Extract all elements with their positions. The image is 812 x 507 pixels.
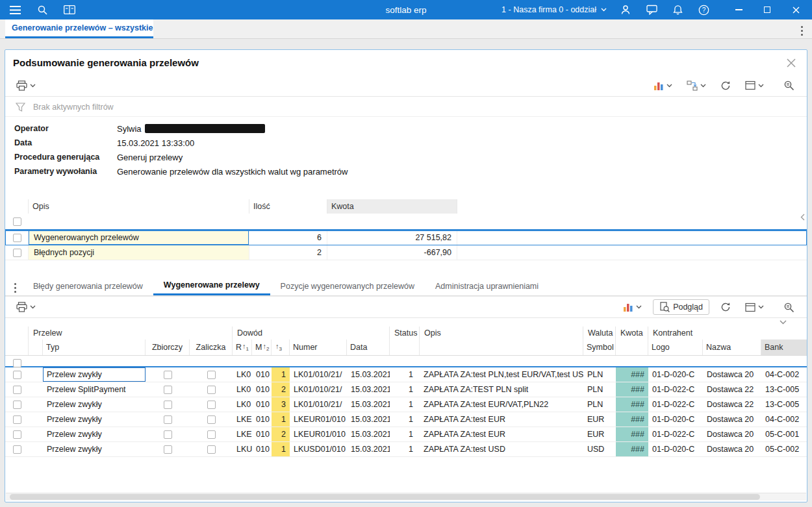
column-header-data[interactable]: Data — [347, 340, 390, 355]
cell-status[interactable]: 1 — [390, 397, 420, 412]
cell-typ[interactable]: Przelew zwykły — [43, 427, 146, 442]
cell-typ[interactable]: Przelew SplitPayment — [43, 382, 146, 397]
pivot-button[interactable] — [683, 79, 709, 93]
group-przelew[interactable]: Przelew — [29, 327, 233, 340]
cell-kwota[interactable]: 27 515,82 — [327, 230, 457, 245]
cell-ilosc[interactable]: 2 — [249, 245, 327, 260]
cell-m[interactable]: 010 — [252, 427, 272, 442]
cell-m[interactable]: 010 — [252, 412, 272, 427]
cell-kwota[interactable]: ### — [616, 412, 648, 427]
cell-lp[interactable]: 1 — [272, 412, 290, 427]
chat-icon[interactable] — [644, 3, 659, 17]
select-all-checkbox[interactable] — [5, 214, 29, 229]
cell-opis[interactable]: Błędnych pozycji — [29, 245, 249, 260]
cell-lp[interactable]: 2 — [272, 382, 290, 397]
horizontal-scrollbar[interactable] — [6, 493, 806, 501]
cell-m[interactable]: 010 — [252, 442, 272, 457]
cell-status[interactable]: 1 — [390, 382, 420, 397]
more-vertical-icon[interactable] — [801, 25, 803, 36]
cell-logo[interactable]: 01-D-022-C — [648, 427, 703, 442]
tab-wygenerowane-przelewy[interactable]: Wygenerowane przelewy — [153, 277, 270, 295]
cell-m[interactable]: 010 — [252, 367, 272, 382]
cell-ilosc[interactable]: 6 — [249, 230, 327, 245]
cell-numer[interactable]: LKUSD01/010 — [290, 442, 347, 457]
summary-row[interactable]: Błędnych pozycji 2 -667,90 — [5, 245, 807, 260]
chart-button[interactable] — [620, 300, 645, 314]
refresh-button[interactable] — [717, 300, 734, 314]
row-checkbox[interactable] — [5, 245, 29, 260]
cell-data[interactable]: 15.03.2021 — [347, 427, 390, 442]
table-row[interactable]: Przelew zwykły LKU 010 1 LKUSD01/010 15.… — [5, 442, 807, 457]
cell-kwota[interactable]: ### — [616, 397, 648, 412]
cell-r[interactable]: LK0 — [233, 367, 252, 382]
column-header-bank[interactable]: Bank — [761, 340, 807, 355]
group-dowod[interactable]: Dowód — [233, 327, 390, 340]
row-checkbox[interactable] — [5, 442, 29, 457]
group-status[interactable]: Status — [390, 327, 420, 340]
cell-numer[interactable]: LKEUR01/010 — [290, 427, 347, 442]
cell-symbol[interactable]: EUR — [583, 412, 616, 427]
group-opis[interactable]: Opis — [420, 327, 583, 340]
cell-numer[interactable]: LK01/010/21/ — [290, 397, 347, 412]
cell-opis[interactable]: ZAPŁATA ZA:TEST PLN split — [420, 382, 583, 397]
layout-button[interactable] — [742, 301, 767, 314]
summary-row[interactable]: Wygenerowanych przelewów 6 27 515,82 — [5, 230, 807, 245]
cards-icon[interactable] — [62, 3, 77, 17]
cell-kwota[interactable]: ### — [616, 367, 648, 382]
cell-nazwa[interactable]: Dostawca 22 — [703, 382, 761, 397]
cell-data[interactable]: 15.03.2021 — [347, 442, 390, 457]
cell-zbiorczy-checkbox[interactable] — [146, 412, 190, 427]
cell-zaliczka-checkbox[interactable] — [190, 397, 233, 412]
column-header-r[interactable]: R↑1 — [233, 340, 252, 355]
cell-r[interactable]: LKE — [233, 427, 252, 442]
cell-bank[interactable]: 05-C-002 — [761, 442, 807, 457]
cell-nazwa[interactable]: Dostawca 20 — [703, 442, 761, 457]
tab-pozycje-przelewow[interactable]: Pozycje wygenerowanych przelewów — [270, 277, 425, 295]
cell-zaliczka-checkbox[interactable] — [190, 382, 233, 397]
cell-opis[interactable]: ZAPŁATA ZA:test EUR/VAT,PLN22 — [420, 397, 583, 412]
cell-m[interactable]: 010 — [252, 397, 272, 412]
cell-lp[interactable]: 1 — [272, 367, 290, 382]
row-checkbox[interactable] — [5, 427, 29, 442]
minimize-icon[interactable] — [731, 3, 746, 17]
cell-opis[interactable]: ZAPŁATA ZA:test USD — [420, 442, 583, 457]
cell-zbiorczy-checkbox[interactable] — [146, 427, 190, 442]
table-row[interactable]: Przelew zwykły LKE 010 1 LKEUR01/010 15.… — [5, 412, 807, 427]
cell-nazwa[interactable]: Dostawca 20 — [703, 427, 761, 442]
cell-bank[interactable]: 04-C-002 — [761, 412, 807, 427]
cell-logo[interactable]: 01-D-022-C — [648, 397, 703, 412]
search-data-button[interactable] — [780, 300, 798, 315]
group-waluta[interactable]: Waluta — [583, 327, 616, 340]
cell-symbol[interactable]: USD — [583, 442, 616, 457]
cell-zaliczka-checkbox[interactable] — [190, 367, 233, 382]
cell-zaliczka-checkbox[interactable] — [190, 412, 233, 427]
cell-symbol[interactable]: PLN — [583, 382, 616, 397]
cell-bank[interactable]: 05-C-001 — [761, 427, 807, 442]
tab-generowanie-przelewow[interactable]: Generowanie przelewów – wszystkie w — [5, 19, 153, 38]
cell-typ[interactable]: Przelew zwykły — [43, 397, 146, 412]
cell-status[interactable]: 1 — [390, 442, 420, 457]
cell-lp[interactable]: 2 — [272, 427, 290, 442]
maximize-icon[interactable] — [760, 3, 774, 17]
cell-numer[interactable]: LK01/010/21/ — [290, 382, 347, 397]
table-row[interactable]: Przelew zwykły LK0 010 3 LK01/010/21/ 15… — [5, 397, 807, 412]
panel-close-icon[interactable] — [785, 56, 798, 69]
cell-data[interactable]: 15.03.2021 — [347, 367, 390, 382]
cell-r[interactable]: LK0 — [233, 382, 252, 397]
menu-icon[interactable] — [8, 3, 22, 17]
cell-nazwa[interactable]: Dostawca 20 — [703, 367, 761, 382]
cell-zbiorczy-checkbox[interactable] — [146, 367, 190, 382]
cell-opis[interactable]: ZAPŁATA ZA:test EUR — [420, 412, 583, 427]
column-header-symbol[interactable]: Symbol — [583, 340, 616, 355]
tab-bledy-generowania[interactable]: Błędy generowania przelewów — [23, 277, 153, 295]
cell-bank[interactable]: 13-C-005 — [761, 382, 807, 397]
cell-numer[interactable]: LKEUR01/010 — [290, 412, 347, 427]
cell-logo[interactable]: 01-D-020-C — [648, 412, 703, 427]
cell-kwota[interactable]: ### — [616, 427, 648, 442]
group-kontrahent[interactable]: Kontrahent — [648, 327, 807, 340]
cell-r[interactable]: LKE — [233, 412, 252, 427]
tab-administracja-uprawnieniami[interactable]: Administracja uprawnieniami — [425, 277, 549, 295]
cell-typ[interactable]: Przelew zwykły — [43, 367, 146, 382]
cell-logo[interactable]: 01-D-020-C — [648, 442, 703, 457]
cell-nazwa[interactable]: Dostawca 22 — [703, 397, 761, 412]
